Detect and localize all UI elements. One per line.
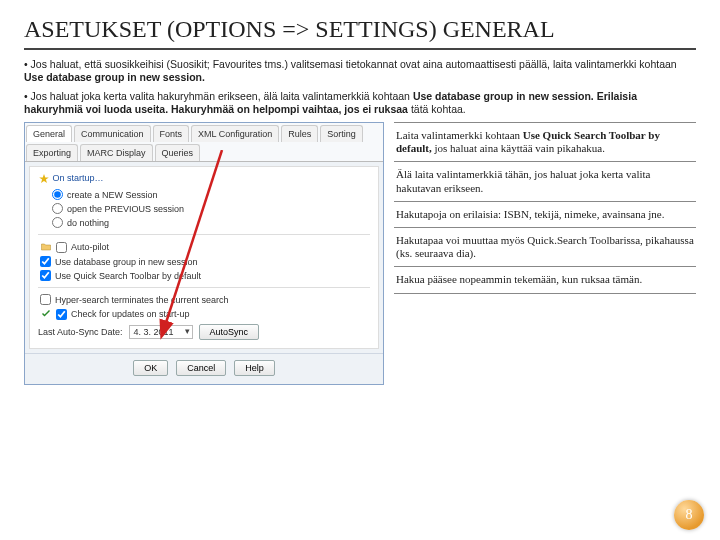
- chk-hypersearch-label: Hyper-search terminates the current sear…: [55, 295, 229, 305]
- chk-autopilot[interactable]: [56, 242, 67, 253]
- bullet-2c: tätä kohtaa.: [411, 103, 466, 115]
- note-4: Hakutapaa voi muuttaa myös Quick.Search …: [394, 227, 696, 266]
- tab-communication[interactable]: Communication: [74, 125, 151, 142]
- bullet-1a: • Jos haluat, että suosikkeihisi (Suosik…: [24, 58, 677, 70]
- startup-group-text: On startup…: [53, 173, 104, 183]
- tab-marc[interactable]: MARC Display: [80, 144, 153, 161]
- intro-bullets: • Jos haluat, että suosikkeihisi (Suosik…: [24, 58, 696, 117]
- chk-autopilot-label: Auto-pilot: [71, 242, 109, 252]
- side-notes: Laita valintamerkki kohtaan Use Quick Se…: [394, 122, 696, 294]
- folder-icon: [40, 241, 52, 253]
- star-icon: [38, 173, 50, 185]
- chk-quicksearch-label: Use Quick Search Toolbar by default: [55, 271, 201, 281]
- note-3: Hakutapoja on erilaisia: ISBN, tekijä, n…: [394, 201, 696, 227]
- autosync-label: Last Auto-Sync Date:: [38, 327, 123, 337]
- tab-exporting[interactable]: Exporting: [26, 144, 78, 161]
- note-1a: Laita valintamerkki kohtaan: [396, 129, 523, 141]
- check-icon: [40, 308, 52, 320]
- radio-new-session[interactable]: [52, 189, 63, 200]
- startup-group-label: On startup…: [38, 173, 370, 185]
- radio-do-nothing-label: do nothing: [67, 218, 109, 228]
- chk-quicksearch[interactable]: [40, 270, 51, 281]
- chk-dbgroup[interactable]: [40, 256, 51, 267]
- note-1: Laita valintamerkki kohtaan Use Quick Se…: [394, 122, 696, 161]
- radio-do-nothing[interactable]: [52, 217, 63, 228]
- chk-updates[interactable]: [56, 309, 67, 320]
- settings-dialog: General Communication Fonts XML Configur…: [24, 122, 384, 385]
- bullet-2a: • Jos haluat joka kerta valita hakuryhmä…: [24, 90, 413, 102]
- radio-prev-session-label: open the PREVIOUS session: [67, 204, 184, 214]
- tab-xml[interactable]: XML Configuration: [191, 125, 279, 142]
- chk-dbgroup-label: Use database group in new session: [55, 257, 198, 267]
- tab-rules[interactable]: Rules: [281, 125, 318, 142]
- tab-sorting[interactable]: Sorting: [320, 125, 363, 142]
- ok-button[interactable]: OK: [133, 360, 168, 376]
- autosync-date-picker[interactable]: 4. 3. 2011: [129, 325, 193, 339]
- note-2: Älä laita valintamerkkiä tähän, jos halu…: [394, 161, 696, 200]
- radio-new-session-label: create a NEW Session: [67, 190, 158, 200]
- help-button[interactable]: Help: [234, 360, 275, 376]
- chk-updates-label: Check for updates on start-up: [71, 309, 190, 319]
- page-title: ASETUKSET (OPTIONS => SETTINGS) GENERAL: [24, 16, 696, 50]
- tab-queries[interactable]: Queries: [155, 144, 201, 161]
- tab-fonts[interactable]: Fonts: [153, 125, 190, 142]
- bullet-1b: Use database group in new session.: [24, 71, 205, 83]
- note-1c: jos haluat aina käyttää vain pikahakua.: [432, 142, 605, 154]
- autosync-button[interactable]: AutoSync: [199, 324, 260, 340]
- page-number-badge: 8: [674, 500, 704, 530]
- general-panel: On startup… create a NEW Session open th…: [29, 166, 379, 349]
- chk-hypersearch[interactable]: [40, 294, 51, 305]
- tab-general[interactable]: General: [26, 125, 72, 142]
- note-5: Hakua pääsee nopeammin tekemään, kun ruk…: [394, 266, 696, 293]
- tab-strip: General Communication Fonts XML Configur…: [25, 123, 383, 162]
- cancel-button[interactable]: Cancel: [176, 360, 226, 376]
- radio-prev-session[interactable]: [52, 203, 63, 214]
